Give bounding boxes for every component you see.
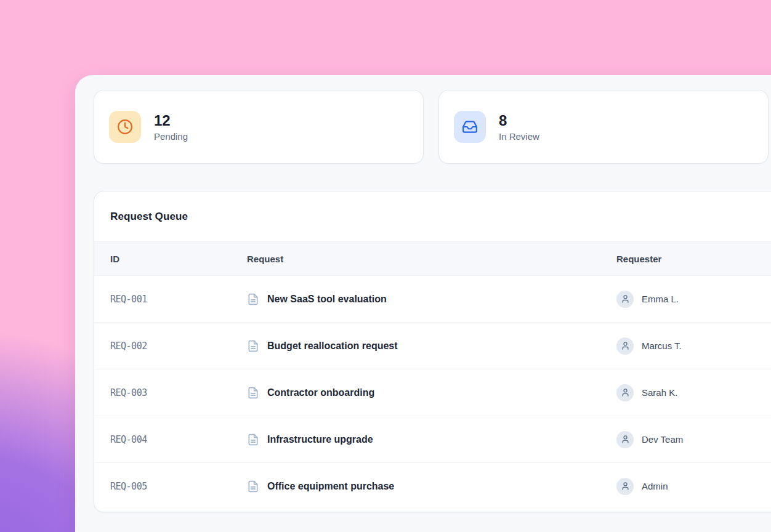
user-avatar-icon <box>616 478 634 495</box>
request-id: REQ-004 <box>110 434 247 445</box>
request-id: REQ-005 <box>110 481 247 492</box>
pending-label: Pending <box>154 131 188 142</box>
column-header-requester: Requester <box>616 254 771 264</box>
requester-name: Emma L. <box>642 294 679 304</box>
queue-title: Request Queue <box>110 211 188 223</box>
request-title: Contractor onboarding <box>267 387 374 398</box>
requester-name: Admin <box>642 481 668 491</box>
request-id: REQ-001 <box>110 294 247 305</box>
column-header-id: ID <box>110 254 247 264</box>
user-avatar-icon <box>616 337 634 355</box>
request-id: REQ-003 <box>110 387 247 398</box>
stat-card-in-review: 8 In Review <box>438 90 769 164</box>
table-row[interactable]: REQ-004 Infrastructure upgrade Dev Team <box>94 416 771 462</box>
requester-name: Marcus T. <box>642 341 682 351</box>
request-title: Infrastructure upgrade <box>267 434 373 445</box>
request-title: Office equipment purchase <box>267 481 394 492</box>
table-row[interactable]: REQ-005 Office equipment purchase Admin <box>94 462 771 509</box>
requester-name: Sarah K. <box>642 387 677 398</box>
requester-name: Dev Team <box>642 434 683 445</box>
document-icon <box>247 340 259 352</box>
column-header-request: Request <box>247 254 616 264</box>
document-icon <box>247 433 259 446</box>
inbox-icon <box>454 111 486 143</box>
pending-count: 12 <box>154 112 188 129</box>
queue-card-header: Request Queue <box>94 191 771 242</box>
stat-card-pending: 12 Pending <box>94 90 424 164</box>
table-row[interactable]: REQ-003 Contractor onboarding Sarah K. <box>94 369 771 416</box>
table-row[interactable]: REQ-002 Budget reallocation request Marc… <box>94 322 771 369</box>
document-icon <box>247 480 259 493</box>
document-icon <box>247 293 259 305</box>
in-review-count: 8 <box>499 112 539 129</box>
user-avatar-icon <box>616 291 634 308</box>
in-review-label: In Review <box>499 131 539 142</box>
request-queue-card: Request Queue ID Request Requester REQ-0… <box>94 191 771 512</box>
table-row[interactable]: REQ-001 New SaaS tool evaluation Emma L. <box>94 275 771 322</box>
table-header-row: ID Request Requester <box>94 242 771 275</box>
document-icon <box>247 387 259 399</box>
main-panel: 12 Pending 8 In Review Request Queue ID … <box>75 75 771 532</box>
clock-icon <box>109 111 141 143</box>
request-title: Budget reallocation request <box>267 341 398 352</box>
user-avatar-icon <box>616 384 634 401</box>
stats-row: 12 Pending 8 In Review <box>75 75 771 164</box>
request-title: New SaaS tool evaluation <box>267 294 387 305</box>
request-id: REQ-002 <box>110 341 247 352</box>
user-avatar-icon <box>616 431 634 448</box>
